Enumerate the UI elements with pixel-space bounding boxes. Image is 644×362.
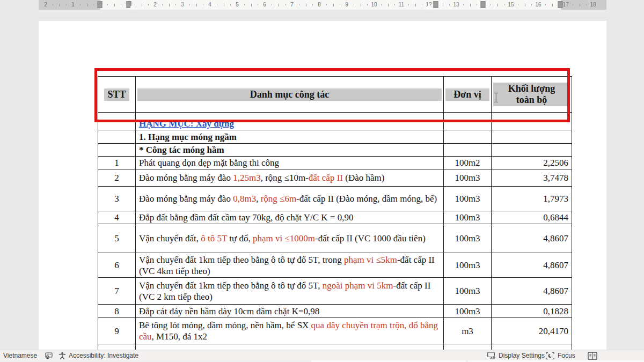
cell-qty[interactable]: 3,7478 [492,169,572,187]
desc-run: -đất cấp II (Đào móng, dầm móng, bể) [296,194,437,204]
ruler-number: 17 [562,2,568,8]
desc-run: Đào móng bằng máy đào [139,194,233,204]
cell-unit[interactable]: 100m3 [444,224,492,253]
cell-stt[interactable]: 7 [98,278,136,305]
ruler-number: 18 [590,2,596,8]
desc-run: (Đào hầm) [343,173,384,183]
cell-stt[interactable] [98,130,136,144]
cell-qty[interactable]: 0,1828 [492,305,572,318]
cell-unit[interactable]: 100m3 [444,278,492,305]
cell-stt[interactable] [98,144,136,157]
ruler-number: 4 [208,2,211,8]
language-status[interactable]: Vietnamese [3,350,37,361]
cell-unit[interactable]: 100m3 [444,305,492,318]
desc-run-red: 0,8m3 [233,194,256,204]
cell-desc[interactable]: Vận chuyển đất, ô tô 5T tự đổ, phạm vi ≤… [136,224,444,253]
text-cursor-pointer [493,92,499,105]
table-header-row: STT Danh mục công tác Đơn vị Khối lượngt… [98,77,572,113]
cell-qty[interactable] [492,130,572,144]
cell-desc[interactable]: Bê tông lót móng, dầm móng, nền hầm, bể … [136,318,444,344]
ruler-number: 2 [153,2,157,8]
desc-run: , [256,194,261,204]
cell-unit[interactable] [444,144,492,157]
ruler-number: 11 [399,2,404,8]
accessibility-icon[interactable] [58,352,66,361]
cell-unit[interactable]: 100m3 [444,211,492,224]
cell-stt[interactable]: 4 [98,211,136,224]
desc-run: , M150, đá 1x2 [152,331,207,342]
cell-stt[interactable]: 9 [98,318,136,344]
work-items-table: STT Danh mục công tác Đơn vị Khối lượngt… [98,76,572,352]
header-cell-qty[interactable]: Khối lượngtoàn bộ [492,77,572,113]
proofing-status-icon[interactable] [45,352,53,361]
table-row: 7Vận chuyển đất 1km tiếp theo bằng ô tô … [98,278,572,305]
table-column-marker[interactable] [434,1,438,8]
accessibility-status[interactable]: Accessibility: Investigate [69,350,138,361]
ruler-number: 8 [318,2,321,8]
focus-mode-button[interactable]: Focus [558,350,575,361]
cell-desc[interactable]: Phát quang dọn dẹp mặt bằng thi công [136,157,444,169]
selection-highlight: Đơn vị [445,88,489,101]
cell-desc[interactable]: 1. Hạng mục móng ngầm [136,130,444,144]
cell-desc[interactable]: Vận chuyển đất 1km tiếp theo bằng ô tô t… [136,253,444,278]
cell-unit[interactable]: 100m3 [444,187,492,211]
ruler-text-area [100,0,561,10]
desc-run: Vận chuyển đất, [139,233,201,243]
cell-desc[interactable]: Đào móng bằng máy đào 1,25m3, rộng ≤10m-… [136,169,444,187]
cell-stt[interactable]: 2 [98,169,136,187]
cell-qty[interactable]: 1,7973 [492,187,572,211]
table-column-marker[interactable] [98,1,103,8]
cell-desc[interactable]: Đào móng bằng máy đào 0,8m3, rộng ≤6m-đấ… [136,187,444,211]
horizontal-ruler[interactable]: 21234567891011121315161718 [0,0,644,10]
cell-desc[interactable]: Vận chuyển đất 1km tiếp theo bằng ô tô t… [136,278,444,305]
desc-run: Vận chuyển đất 1km tiếp theo bằng ô tô t… [139,280,323,291]
desc-run: Bê tông lót móng, dầm móng, nền hầm, bể … [139,320,311,330]
cell-qty[interactable]: 4,8607 [492,278,572,305]
selection-highlight: STT [104,88,129,101]
cell-qty[interactable]: 2,2506 [492,157,572,169]
desc-run-red: rộng ≤6m [261,194,296,204]
cell-unit[interactable] [444,113,492,130]
desc-run: Đào móng bằng máy đào [139,173,233,183]
desc-run: Đắp đất bằng đầm đất cầm tay 70kg, độ ch… [139,212,353,223]
cell-desc[interactable]: * Công tác móng hầm [136,144,444,157]
cell-qty[interactable]: 4,8607 [492,253,572,278]
desc-run-red: ô tô 5T [201,233,227,243]
cell-unit[interactable]: m3 [444,318,492,344]
cell-qty[interactable] [492,144,572,157]
cell-unit[interactable] [444,130,492,144]
header-cell-desc[interactable]: Danh mục công tác [136,77,444,113]
desc-run: , rộng ≤10m- [261,173,309,183]
selection-highlight: Danh mục công tác [137,88,442,101]
ruler-number: 6 [263,2,266,8]
cell-unit[interactable]: 100m3 [444,169,492,187]
header-cell-stt[interactable]: STT [98,77,136,113]
cell-desc[interactable]: HẠNG MỤC: Xây dựng [136,113,444,130]
header-cell-unit[interactable]: Đơn vị [444,77,492,113]
ruler-number: 5 [236,2,239,8]
cell-desc[interactable]: Đắp cát đáy nền hầm dày 10cm đầm chặt K=… [136,305,444,318]
cell-stt[interactable]: 8 [98,305,136,318]
cell-desc[interactable]: Đắp đất bằng đầm đất cầm tay 70kg, độ ch… [136,211,444,224]
cell-stt[interactable]: 1 [98,157,136,169]
desc-run: Đắp cát đáy nền hầm dày 10cm đầm chặt K=… [139,306,319,316]
cell-qty[interactable]: 0,6844 [492,211,572,224]
table-row: HẠNG MỤC: Xây dựng [98,113,572,130]
table-column-marker[interactable] [558,1,563,8]
cell-qty[interactable] [492,113,572,130]
table-column-marker[interactable] [481,1,486,8]
cell-unit[interactable]: 100m2 [444,157,492,169]
table-row: 1Phát quang dọn dẹp mặt bằng thi công100… [98,157,572,169]
cell-stt[interactable]: 3 [98,187,136,211]
cell-stt[interactable] [98,113,136,130]
cell-qty[interactable]: 4,8607 [492,224,572,253]
table-row: 8Đắp cát đáy nền hầm dày 10cm đầm chặt K… [98,305,572,318]
cell-qty[interactable]: 20,4170 [492,318,572,344]
cell-stt[interactable]: 5 [98,224,136,253]
desc-run: * Công tác móng hầm [139,145,224,155]
ruler-number: 15 [508,2,514,8]
display-settings-button[interactable]: Display Settings [499,350,545,361]
desc-run-red: phạm vi ≤1000m [253,233,315,243]
cell-stt[interactable]: 6 [98,253,136,278]
cell-unit[interactable]: 100m3 [444,253,492,278]
